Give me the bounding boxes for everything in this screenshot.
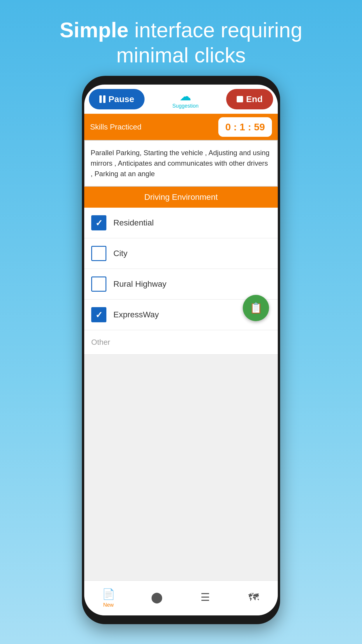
header-rest: interface requiring: [129, 18, 302, 42]
skills-label: Skills Practiced: [90, 123, 141, 132]
phone-screen: ⋯ M ✉ 🔒 ♟ ♟ ⊙ ▲ 🖼 📍 N 🔇 📶 84% 🔋 1:16 AM: [84, 85, 278, 615]
checkbox-item-expressway[interactable]: ✓ ExpressWay 📋: [84, 300, 278, 330]
driving-environment-header: Driving Environment: [84, 187, 278, 208]
checkbox-residential: ✓: [91, 215, 106, 230]
bottom-nav: 📄 New ⬤ ☰ 🗺: [84, 580, 278, 615]
cloud-icon: ☁: [180, 90, 191, 103]
end-button[interactable]: End: [226, 89, 273, 109]
header-bold: Simple: [60, 18, 129, 42]
pause-button[interactable]: Pause: [89, 89, 145, 109]
timer-box: 0 : 1 : 59: [218, 117, 272, 137]
skills-text: Parallel Parking, Starting the vehicle ,…: [91, 149, 270, 178]
header-text: Simple interface requiring minimal click…: [0, 0, 362, 80]
other-label: Other: [91, 338, 110, 346]
skills-bar: Skills Practiced 0 : 1 : 59: [84, 114, 278, 140]
pause-icon: [99, 95, 106, 103]
list-icon: ☰: [201, 591, 210, 603]
checkbox-item-residential[interactable]: ✓ Residential: [84, 208, 278, 238]
phone-shell: ⋯ M ✉ 🔒 ♟ ♟ ⊙ ▲ 🖼 📍 N 🔇 📶 84% 🔋 1:16 AM: [82, 76, 280, 624]
checkbox-rural-highway: [91, 276, 106, 292]
nav-label-new: New: [103, 602, 114, 608]
checkbox-label-city: City: [113, 249, 127, 258]
end-icon: [237, 96, 243, 102]
fab-button[interactable]: 📋: [243, 295, 269, 321]
nav-item-chart[interactable]: ⬤: [133, 591, 181, 605]
end-label: End: [246, 94, 263, 104]
timer-value: 0 : 1 : 59: [225, 121, 265, 132]
checkbox-item-rural-highway[interactable]: Rural Highway: [84, 269, 278, 300]
fab-icon: 📋: [249, 302, 263, 314]
checkbox-item-city[interactable]: City: [84, 238, 278, 269]
checkbox-expressway: ✓: [91, 307, 106, 322]
nav-item-route[interactable]: 🗺: [229, 591, 278, 605]
checkbox-label-rural-highway: Rural Highway: [113, 279, 166, 289]
nav-item-list[interactable]: ☰: [181, 591, 229, 605]
suggestion-button[interactable]: ☁ Suggestion: [172, 90, 198, 109]
nav-item-new[interactable]: 📄 New: [84, 588, 133, 608]
new-icon: 📄: [102, 588, 115, 600]
checkbox-list: ✓ Residential City Rural Highwa: [84, 208, 278, 355]
action-bar: Pause ☁ Suggestion End: [84, 85, 278, 114]
skills-text-area: Parallel Parking, Starting the vehicle ,…: [84, 140, 278, 187]
route-icon: 🗺: [248, 591, 259, 603]
pause-label: Pause: [108, 94, 134, 104]
suggestion-label: Suggestion: [172, 103, 198, 109]
chart-icon: ⬤: [151, 591, 163, 603]
other-section: Other: [84, 330, 278, 355]
checkbox-label-expressway: ExpressWay: [113, 310, 159, 319]
checkbox-label-residential: Residential: [113, 218, 154, 228]
checkbox-city: [91, 246, 106, 261]
header-line2: minimal clicks: [116, 43, 246, 67]
